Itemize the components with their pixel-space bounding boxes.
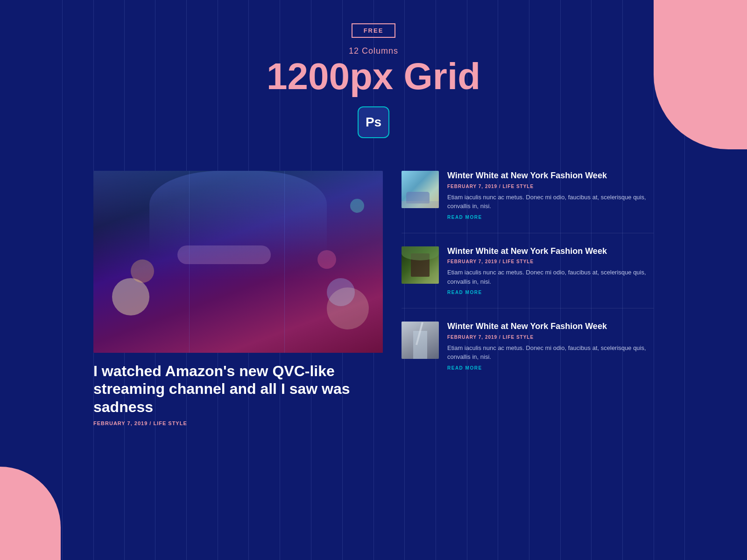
article-thumbnail-3 xyxy=(402,322,439,359)
article-excerpt-3: Etiam iaculis nunc ac metus. Donec mi od… xyxy=(447,343,654,362)
ps-icon-wrapper: Ps xyxy=(93,106,654,138)
article-meta-2: FEBRUARY 7, 2019 / LIFE STYLE xyxy=(447,259,654,264)
article-excerpt-1: Etiam iaculis nunc ac metus. Donec mi od… xyxy=(447,193,654,211)
article-thumbnail-2 xyxy=(402,246,439,284)
read-more-link-1[interactable]: READ MORE xyxy=(447,215,654,220)
article-content-1: Winter White at New York Fashion Week FE… xyxy=(447,171,654,220)
article-title-2: Winter White at New York Fashion Week xyxy=(447,246,654,257)
article-content-2: Winter White at New York Fashion Week FE… xyxy=(447,246,654,295)
featured-image xyxy=(93,171,383,353)
article-item: Winter White at New York Fashion Week FE… xyxy=(402,322,654,384)
article-excerpt-2: Etiam iaculis nunc ac metus. Donec mi od… xyxy=(447,268,654,286)
read-more-link-2[interactable]: READ MORE xyxy=(447,290,654,295)
article-meta-3: FEBRUARY 7, 2019 / LIFE STYLE xyxy=(447,335,654,340)
featured-article-title: I watched Amazon's new QVC-like streamin… xyxy=(93,362,383,416)
article-title-1: Winter White at New York Fashion Week xyxy=(447,171,654,181)
read-more-link-3[interactable]: READ MORE xyxy=(447,365,654,371)
featured-article-meta: FEBRUARY 7, 2019 / LIFE STYLE xyxy=(93,420,383,426)
articles-list-column: Winter White at New York Fashion Week FE… xyxy=(402,171,654,426)
teal-overlay xyxy=(93,171,383,353)
article-thumbnail-1 xyxy=(402,171,439,208)
blob-decoration-top-right xyxy=(654,0,747,149)
columns-label: 12 Columns xyxy=(93,46,654,56)
free-badge-label: FREE xyxy=(364,27,384,34)
article-title-3: Winter White at New York Fashion Week xyxy=(447,322,654,332)
header-section: FREE 12 Columns 1200px Grid Ps xyxy=(93,0,654,157)
blob-decoration-bottom-left xyxy=(0,467,61,560)
featured-image-inner xyxy=(93,171,383,353)
ps-icon-text: Ps xyxy=(366,115,381,130)
photoshop-icon: Ps xyxy=(358,106,389,138)
content-area: I watched Amazon's new QVC-like streamin… xyxy=(93,171,654,426)
main-content-wrapper: FREE 12 Columns 1200px Grid Ps xyxy=(93,0,654,426)
article-item: Winter White at New York Fashion Week FE… xyxy=(402,246,654,309)
featured-article-column: I watched Amazon's new QVC-like streamin… xyxy=(93,171,383,426)
free-badge: FREE xyxy=(352,23,396,38)
article-item: Winter White at New York Fashion Week FE… xyxy=(402,171,654,233)
article-meta-1: FEBRUARY 7, 2019 / LIFE STYLE xyxy=(447,184,654,189)
grid-title: 1200px Grid xyxy=(93,58,654,95)
article-content-3: Winter White at New York Fashion Week FE… xyxy=(447,322,654,371)
